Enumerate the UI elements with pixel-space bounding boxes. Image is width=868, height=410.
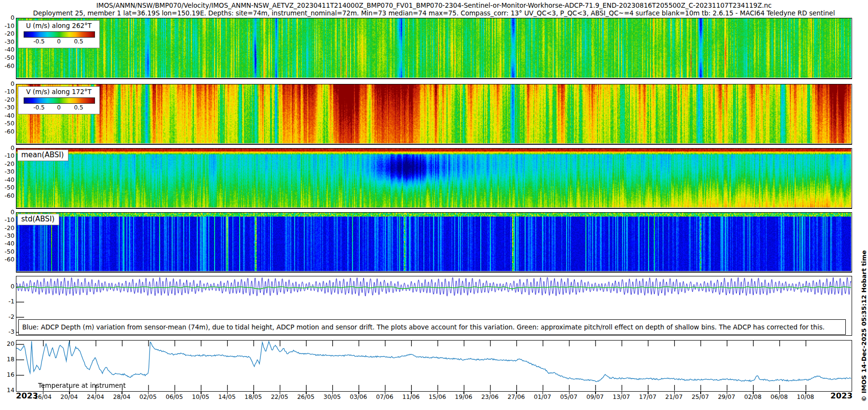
y-tick-label: -40 <box>0 240 14 247</box>
y-tick-label: 0 <box>0 209 14 216</box>
x-tick-label: 02/05 <box>135 393 162 400</box>
y-tick-label: 16 <box>0 371 14 378</box>
x-tick-label: 06/05 <box>161 393 188 400</box>
x-tick-label: 26/05 <box>292 393 319 400</box>
x-tick-label: 27/06 <box>502 393 529 400</box>
v-legend-box: V (m/s) along 172°T -0.5 0 0.5 <box>18 86 100 114</box>
imos-copyright-watermark: © IMOS 14-Dec-2025 05:35:12 Hobart time <box>860 250 868 402</box>
x-tick-label: 10/08 <box>792 393 819 400</box>
x-tick-label: 13/07 <box>608 393 635 400</box>
depth-variation-annotation: Blue: ADCP Depth (m) variation from sens… <box>18 319 846 335</box>
panel-mean-absi-heatmap: mean(ABSI) <box>16 148 852 209</box>
y-tick-label: -60 <box>0 256 14 263</box>
y-tick-label: -10 <box>0 88 14 95</box>
x-tick-label: 16/04 <box>29 393 56 400</box>
y-tick-label: -30 <box>0 39 14 45</box>
x-tick-label: 09/07 <box>582 393 609 400</box>
v-legend-label: V (m/s) along 172°T <box>18 88 99 96</box>
u-legend-box: U (m/s) along 262°T -0.5 0 0.5 <box>18 20 100 48</box>
y-tick-label: -50 <box>0 248 14 255</box>
v-colorbar-tick: -0.5 <box>33 104 44 111</box>
y-tick-label: -1 <box>0 298 14 305</box>
u-colorbar-tick: -0.5 <box>33 38 44 45</box>
x-tick-label: 14/05 <box>214 393 241 400</box>
x-tick-label: 20/04 <box>55 393 82 400</box>
y-tick-label: -40 <box>0 46 14 53</box>
figure-subtitle-deployment-info: Deployment 25, member 1 lat=36.19S lon=1… <box>0 9 868 17</box>
y-tick-label: -30 <box>0 104 14 111</box>
x-tick-label: 21/07 <box>661 393 688 400</box>
figure-title-filename: IMOS/ANMN/NSW/BMP070/Velocity/IMOS_ANMN-… <box>0 1 868 9</box>
y-tick-label: -10 <box>0 217 14 223</box>
y-tick-label: 18 <box>0 356 14 363</box>
y-tick-label: -50 <box>0 184 14 191</box>
x-tick-label: 15/06 <box>424 393 451 400</box>
v-colorbar-tick: 0.5 <box>74 104 83 111</box>
y-tick-label: 0 <box>0 14 14 21</box>
temperature-canvas <box>16 341 851 391</box>
u-colorbar-tick: 0.5 <box>74 38 83 45</box>
x-tick-label: 18/05 <box>240 393 267 400</box>
y-tick-label: -10 <box>0 23 14 29</box>
x-tick-label: 11/06 <box>397 393 424 400</box>
y-tick-label: 0 <box>0 145 14 151</box>
y-tick-label: -50 <box>0 55 14 61</box>
y-tick-label: -2 <box>0 314 14 320</box>
y-tick-label: 0 <box>0 283 14 290</box>
y-tick-label: -60 <box>0 192 14 199</box>
x-tick-label: 02/08 <box>739 393 766 400</box>
u-colorbar-tick: 0 <box>57 38 61 45</box>
x-tick-label: 17/07 <box>634 393 661 400</box>
x-tick-label: 19/06 <box>450 393 477 400</box>
adcp-velocity-figure: IMOS/ANMN/NSW/BMP070/Velocity/IMOS_ANMN-… <box>0 0 868 410</box>
temperature-label: Temperature at instrument <box>38 382 126 389</box>
y-tick-label: -20 <box>0 225 14 232</box>
y-tick-label: -60 <box>0 63 14 69</box>
x-tick-label: 03/06 <box>345 393 372 400</box>
mean-absi-heatmap-canvas <box>16 149 851 207</box>
y-tick-label: -50 <box>0 120 14 127</box>
x-axis-year-end: 2023 <box>830 391 852 400</box>
mean-absi-label: mean(ABSI) <box>17 150 68 161</box>
v-colorbar-tick: 0 <box>57 104 61 111</box>
x-tick-label: 23/06 <box>476 393 503 400</box>
y-tick-label: -30 <box>0 232 14 239</box>
y-tick-label: -30 <box>0 168 14 175</box>
y-tick-label: 20 <box>0 341 14 347</box>
y-tick-label: -40 <box>0 177 14 183</box>
panel-u-velocity-heatmap: U (m/s) along 262°T -0.5 0 0.5 <box>16 18 852 79</box>
v-heatmap-canvas <box>16 84 851 143</box>
y-tick-label: -3 <box>0 328 14 335</box>
panel-v-velocity-heatmap: V (m/s) along 172°T -0.5 0 0.5 <box>16 84 852 145</box>
x-tick-label: 24/04 <box>82 393 109 400</box>
std-absi-label: std(ABSI) <box>17 214 59 225</box>
x-tick-label: 05/07 <box>556 393 583 400</box>
y-tick-label: 0 <box>0 81 14 87</box>
u-heatmap-canvas <box>16 18 851 78</box>
y-tick-label: -20 <box>0 161 14 167</box>
x-tick-label: 01/07 <box>529 393 556 400</box>
panel-temperature: Temperature at instrument <box>16 340 852 392</box>
y-tick-label: -20 <box>0 30 14 37</box>
x-tick-label: 06/08 <box>766 393 793 400</box>
x-tick-label: 10/05 <box>187 393 214 400</box>
u-legend-label: U (m/s) along 262°T <box>18 22 99 29</box>
x-tick-label: 25/07 <box>687 393 714 400</box>
y-tick-label: 14 <box>0 387 14 394</box>
y-tick-label: -40 <box>0 112 14 119</box>
v-colorbar <box>24 97 95 104</box>
x-tick-label: 29/07 <box>713 393 740 400</box>
x-tick-label: 22/05 <box>266 393 293 400</box>
y-tick-label: -60 <box>0 128 14 135</box>
x-tick-label: 28/04 <box>108 393 135 400</box>
y-tick-label: -20 <box>0 96 14 103</box>
x-tick-label: 07/06 <box>371 393 398 400</box>
panel-std-absi-heatmap: std(ABSI) <box>16 212 852 273</box>
std-absi-heatmap-canvas <box>16 213 851 271</box>
u-colorbar <box>24 31 95 38</box>
y-tick-label: -10 <box>0 152 14 159</box>
x-tick-label: 30/05 <box>319 393 346 400</box>
